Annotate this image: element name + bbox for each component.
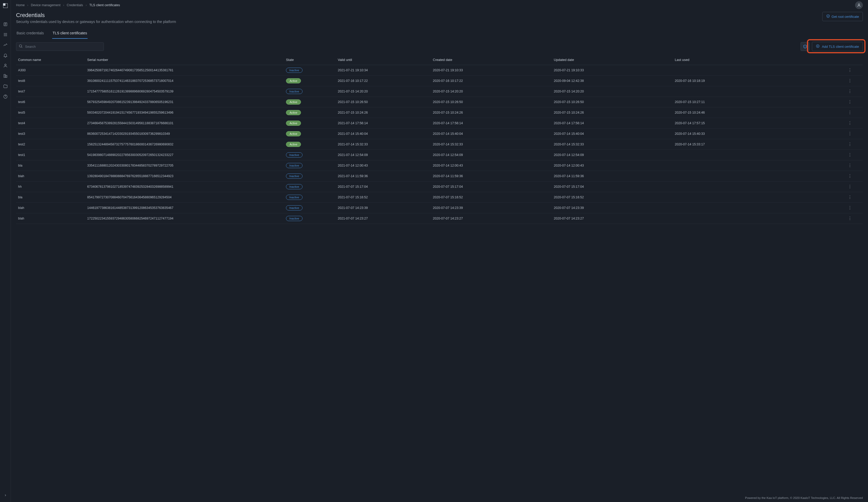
cell-valid: 2021-07-07 15:17:04 (336, 181, 431, 192)
cell-updated: 2020-07-15 10:26:50 (552, 97, 673, 107)
security-settings-button[interactable]: TLS (800, 42, 809, 51)
cell-valid: 2021-07-14 17:56:14 (336, 118, 431, 129)
row-menu-button[interactable]: ⋮ (837, 129, 863, 139)
row-menu-button[interactable]: ⋮ (837, 181, 863, 192)
sidebar-item-analytics[interactable] (0, 40, 11, 50)
tab[interactable]: Basic credentials (16, 28, 44, 39)
table-row[interactable]: test215825132448945873275775760186000143… (16, 139, 863, 150)
cell-serial: 3964250871917402644074908173585125001441… (85, 65, 284, 76)
th-common[interactable]: Common name (16, 55, 85, 65)
breadcrumb-item[interactable]: TLS client certificates (90, 3, 120, 7)
cell-created: 2020-07-07 15:17:04 (431, 181, 552, 192)
th-updated[interactable]: Updated date (552, 55, 673, 65)
logo-icon[interactable] (2, 3, 9, 9)
table-row[interactable]: blah144619773863816144853873139912086345… (16, 203, 863, 213)
th-serial[interactable]: Serial number (85, 55, 284, 65)
svg-point-7 (5, 34, 6, 35)
cell-state: Active (284, 129, 336, 139)
sidebar-item-files[interactable] (0, 81, 11, 92)
cell-created: 2020-07-15 14:20:20 (431, 86, 552, 97)
th-last[interactable]: Last used (673, 55, 837, 65)
cell-common: blah (16, 203, 85, 213)
sidebar-item-user[interactable] (0, 61, 11, 71)
row-menu-button[interactable]: ⋮ (837, 192, 863, 203)
table-row[interactable]: test386360072534147142030291934550183097… (16, 129, 863, 139)
status-badge: Active (286, 121, 301, 126)
breadcrumb-item[interactable]: Home (16, 3, 24, 7)
row-menu-button[interactable]: ⋮ (837, 65, 863, 76)
cell-updated: 2020-07-07 14:23:39 (552, 203, 673, 213)
search-input[interactable] (16, 42, 104, 51)
table-row[interactable]: test427346645875389281558441503149561188… (16, 118, 863, 129)
table-row[interactable]: blah172250223415593729486305806682546972… (16, 213, 863, 224)
status-badge: Active (286, 100, 301, 105)
sidebar-item-help[interactable] (0, 92, 11, 102)
sidebar-item-org[interactable] (0, 71, 11, 81)
row-menu-button[interactable]: ⋮ (837, 118, 863, 129)
cell-state: Active (284, 97, 336, 107)
cell-state: Inactive (284, 213, 336, 224)
cell-last: 2020-07-14 15:33:17 (673, 139, 837, 150)
svg-point-16 (858, 4, 859, 5)
cell-common: test1 (16, 150, 85, 160)
tab[interactable]: TLS client certificates (52, 28, 87, 39)
cell-created: 2020-07-07 14:23:39 (431, 203, 552, 213)
table-row[interactable]: test839108002411115753741146318837072536… (16, 76, 863, 86)
table-row[interactable]: A300396425087191740264407490817358512500… (16, 65, 863, 76)
row-menu-button[interactable]: ⋮ (837, 139, 863, 150)
table-row[interactable]: test656793254598492070861523913984924337… (16, 97, 863, 107)
row-menu-button[interactable]: ⋮ (837, 203, 863, 213)
add-tls-certificate-button[interactable]: Add TLS client certificate (812, 42, 863, 51)
cell-last: 2020-07-14 15:40:33 (673, 129, 837, 139)
row-menu-button[interactable]: ⋮ (837, 107, 863, 118)
table-row[interactable]: hh67340678137981027185397474839253284032… (16, 181, 863, 192)
sidebar (0, 0, 11, 502)
cell-serial: 1582513244894587327577576018600014367269… (85, 139, 284, 150)
search-icon (19, 44, 23, 49)
row-menu-button[interactable]: ⋮ (837, 213, 863, 224)
sidebar-expand[interactable] (0, 492, 11, 499)
row-menu-button[interactable]: ⋮ (837, 150, 863, 160)
table-row[interactable]: blah139280490184788808884769762855188877… (16, 171, 863, 181)
cell-updated: 2020-09-04 12:42:38 (552, 76, 673, 86)
cell-common: test3 (16, 129, 85, 139)
row-menu-button[interactable]: ⋮ (837, 76, 863, 86)
cell-common: test7 (16, 86, 85, 97)
cell-updated: 2020-07-14 15:32:33 (552, 139, 673, 150)
cell-last: 2020-07-15 10:27:11 (673, 97, 837, 107)
th-actions (837, 55, 863, 65)
row-menu-button[interactable]: ⋮ (837, 97, 863, 107)
table-row[interactable]: bla3354111688012024303308017834485837027… (16, 160, 863, 171)
sidebar-item-apps[interactable] (0, 30, 11, 40)
cell-valid: 2021-07-16 10:17:22 (336, 76, 431, 86)
row-menu-button[interactable]: ⋮ (837, 160, 863, 171)
status-badge: Active (286, 142, 301, 147)
table-row[interactable]: test717154777580516112619138988968069280… (16, 86, 863, 97)
status-badge: Inactive (286, 205, 302, 210)
cell-serial: 1715477758051611261913898896806928047545… (85, 86, 284, 97)
sidebar-item-alerts[interactable] (0, 50, 11, 61)
row-menu-button[interactable]: ⋮ (837, 171, 863, 181)
cell-updated: 2020-07-14 15:40:04 (552, 129, 673, 139)
cell-valid: 2021-07-14 15:32:33 (336, 139, 431, 150)
status-badge: Inactive (286, 67, 302, 73)
cell-created: 2020-07-14 12:00:43 (431, 160, 552, 171)
cell-state: Active (284, 139, 336, 150)
table-row[interactable]: test154198398071488902022785630030520972… (16, 150, 863, 160)
get-root-certificate-button[interactable]: Get root certificate (822, 12, 863, 21)
row-menu-button[interactable]: ⋮ (837, 86, 863, 97)
status-badge: Inactive (286, 184, 302, 189)
breadcrumb-item[interactable]: Device management (31, 3, 61, 7)
th-valid[interactable]: Valid until (336, 55, 431, 65)
table-row[interactable]: bla8541799727307088460704756164364588096… (16, 192, 863, 203)
user-avatar-button[interactable] (855, 1, 863, 9)
table-row[interactable]: test559334020720441919415174567719334941… (16, 107, 863, 118)
th-state[interactable]: State (284, 55, 336, 65)
svg-rect-1 (3, 3, 5, 6)
cell-created: 2020-07-14 15:32:33 (431, 139, 552, 150)
breadcrumb-item[interactable]: Credentials (67, 3, 83, 7)
sidebar-item-dashboard[interactable] (0, 19, 11, 30)
th-created[interactable]: Created date (431, 55, 552, 65)
cell-last (673, 203, 837, 213)
cell-last (673, 181, 837, 192)
